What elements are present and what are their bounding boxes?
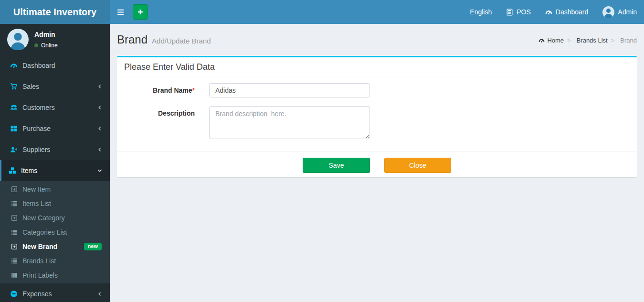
sidebar-menu: Dashboard Sales Customers Purchase S (0, 55, 110, 181)
calculator-icon (506, 9, 513, 16)
panel-header: Please Enter Valid Data (117, 57, 637, 77)
sidebar-submenu-item[interactable]: Categories List (0, 225, 110, 239)
new-badge: new (84, 243, 102, 250)
navbar-item[interactable]: POS (499, 0, 538, 24)
breadcrumb-item-label: Brands List (577, 37, 608, 44)
dashboard-icon (538, 37, 545, 43)
sidebar-submenu-item[interactable]: Print Labels (0, 268, 110, 282)
items-submenu: New Item Items List New Category Categor… (0, 181, 110, 283)
sidebar-item-label: Expenses (22, 290, 52, 298)
quick-add-button[interactable] (133, 4, 148, 20)
dashboard-icon (10, 62, 22, 69)
navbar-item-label: Admin (618, 8, 637, 16)
panel-body: Brand Name* Description (117, 77, 637, 151)
page-title: Brand (117, 33, 148, 46)
sidebar-menu-item[interactable]: Sales (0, 76, 110, 97)
sidebar: Admin Online Dashboard Sales (0, 24, 110, 302)
submenu-item-label: New Item (22, 185, 51, 193)
sidebar-menu-item[interactable]: Dashboard (0, 55, 110, 76)
navbar-item-label: Dashboard (556, 8, 589, 16)
submenu-item-label: Categories List (22, 228, 67, 236)
angle-left-icon (97, 84, 103, 89)
save-button[interactable]: Save (303, 158, 370, 173)
main-header: Ultimate Inventory English POS Dashboard (0, 0, 644, 24)
brand-name-label: Brand Name* (117, 83, 209, 97)
angle-down-icon (97, 168, 103, 173)
panel-title: Please Enter Valid Data (124, 62, 215, 72)
breadcrumb-item-label: Brand (620, 37, 637, 44)
hamburger-icon (116, 8, 125, 16)
content-header: Brand Add/Update Brand Home Brands List … (110, 24, 644, 55)
sidebar-submenu-item[interactable]: Items List (0, 196, 110, 211)
description-label: Description (117, 106, 209, 139)
breadcrumb-item: Brand (608, 37, 637, 44)
brand-name-row: Brand Name* (117, 83, 630, 97)
angle-left-icon (97, 126, 103, 131)
plus-square-icon (11, 215, 22, 221)
page-subtitle: Add/Update Brand (152, 35, 211, 45)
sidebar-submenu-item[interactable]: Brands List (0, 254, 110, 268)
sidebar-submenu-item[interactable]: New Item (0, 182, 110, 196)
navbar-right: English POS Dashboard Admin (463, 0, 644, 24)
list-icon (11, 229, 22, 236)
sidebar-item-label: Customers (22, 104, 55, 111)
plus-square-icon (11, 243, 22, 250)
sidebar-item-label: Purchase (22, 125, 51, 132)
list-icon (11, 258, 22, 264)
sidebar-toggle-button[interactable] (110, 0, 131, 24)
brand-name-input[interactable] (209, 83, 370, 97)
breadcrumb-item[interactable]: Brands List (564, 37, 608, 44)
required-asterisk: * (192, 86, 195, 94)
sidebar-menu-item[interactable]: Purchase (0, 118, 110, 139)
sidebar-menu-item[interactable]: Suppliers (0, 139, 110, 160)
user-name: Admin (34, 31, 58, 38)
navbar-item[interactable]: Admin (595, 0, 644, 24)
users-icon (10, 104, 22, 111)
online-status-dot (34, 43, 38, 47)
sidebar-menu-item[interactable]: Items (0, 160, 110, 181)
dashboard-icon (545, 9, 552, 16)
sidebar-item-label: Dashboard (22, 62, 55, 69)
angle-left-icon (97, 105, 103, 110)
panel-footer: Save Close (117, 151, 637, 177)
sidebar-menu-item[interactable]: Customers (0, 97, 110, 118)
sidebar-menu-item[interactable]: Expenses (0, 283, 110, 302)
breadcrumb-item[interactable]: Home (538, 37, 564, 44)
user-avatar-icon (602, 6, 614, 18)
barcode-icon (11, 272, 22, 279)
submenu-item-label: Print Labels (22, 271, 58, 279)
breadcrumb-item-label: Home (547, 37, 564, 44)
submenu-item-label: New Brand (22, 243, 57, 250)
main-content: Brand Add/Update Brand Home Brands List … (110, 24, 644, 302)
plus-icon (137, 9, 144, 15)
navbar-item[interactable]: English (463, 0, 499, 24)
brand-form-panel: Please Enter Valid Data Brand Name* Desc… (117, 56, 637, 177)
navbar-item-label: English (470, 8, 492, 16)
angle-left-icon (97, 291, 103, 297)
user-status-label: Online (41, 42, 58, 49)
user-avatar-icon (7, 29, 29, 50)
submenu-item-label: New Category (22, 214, 65, 222)
cubes-icon (9, 167, 21, 174)
sidebar-item-label: Suppliers (22, 146, 50, 153)
submenu-item-label: Brands List (22, 257, 56, 265)
sidebar-submenu-item[interactable]: New Category (0, 211, 110, 225)
app-logo[interactable]: Ultimate Inventory (0, 0, 110, 24)
user-plus-icon (10, 146, 22, 153)
grid-icon (10, 125, 22, 132)
angle-left-icon (97, 147, 103, 152)
sidebar-submenu-item[interactable]: New Brand new (0, 239, 110, 254)
minus-circle-icon (10, 290, 22, 298)
sidebar-item-label: Sales (22, 83, 39, 90)
plus-square-icon (11, 186, 22, 193)
description-textarea[interactable] (209, 106, 370, 139)
navbar-item-label: POS (517, 8, 531, 16)
user-info: Admin Online (34, 29, 58, 49)
close-button[interactable]: Close (384, 158, 451, 173)
submenu-item-label: Items List (22, 200, 51, 207)
list-icon (11, 200, 22, 207)
navbar-item[interactable]: Dashboard (538, 0, 596, 24)
breadcrumb: Home Brands List Brand (519, 36, 637, 44)
app-title: Ultimate Inventory (13, 7, 96, 18)
sidebar-item-label: Items (21, 167, 37, 174)
